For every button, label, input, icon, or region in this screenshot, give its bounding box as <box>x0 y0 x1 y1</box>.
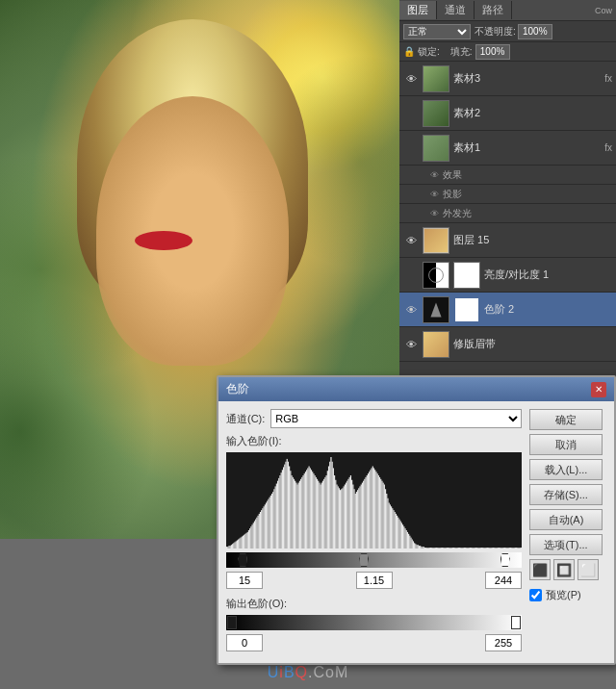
ok-button[interactable]: 确定 <box>529 409 603 430</box>
opacity-input[interactable] <box>518 24 552 39</box>
svg-rect-79 <box>311 470 312 549</box>
watermark-com: CoM <box>313 664 348 680</box>
white-point-handle[interactable] <box>500 553 510 567</box>
svg-rect-134 <box>374 470 375 549</box>
shadow-label: 投影 <box>443 188 462 201</box>
tab-paths[interactable]: 路径 <box>475 1 512 19</box>
svg-rect-159 <box>403 526 404 549</box>
svg-rect-166 <box>412 540 413 549</box>
svg-rect-181 <box>429 548 430 549</box>
svg-rect-34 <box>259 514 260 549</box>
tab-layers[interactable]: 图层 <box>399 1 437 19</box>
output-black-handle[interactable] <box>227 616 237 629</box>
svg-rect-118 <box>356 492 357 549</box>
svg-rect-20 <box>243 536 244 549</box>
svg-rect-64 <box>294 479 295 549</box>
layer-row-layer15[interactable]: 👁 图层 15 <box>399 223 616 258</box>
svg-rect-239 <box>497 548 498 549</box>
svg-rect-139 <box>380 479 381 549</box>
svg-rect-151 <box>395 512 396 549</box>
svg-rect-115 <box>352 485 353 549</box>
svg-rect-175 <box>422 547 423 549</box>
svg-rect-226 <box>481 548 482 549</box>
save-button[interactable]: 存储(S)... <box>529 484 603 505</box>
svg-rect-146 <box>389 503 390 549</box>
svg-rect-160 <box>404 528 405 549</box>
blend-mode-select[interactable]: 正常 <box>403 24 471 39</box>
load-button[interactable]: 载入(L)... <box>529 459 603 480</box>
mid-point-handle[interactable] <box>359 553 369 567</box>
histogram-container <box>226 452 522 549</box>
svg-rect-11 <box>232 544 233 549</box>
channel-select[interactable]: RGB <box>270 409 522 428</box>
svg-rect-8 <box>228 546 229 549</box>
preview-checkbox[interactable] <box>529 589 542 601</box>
svg-rect-98 <box>333 468 334 549</box>
svg-rect-83 <box>316 477 317 549</box>
svg-rect-154 <box>398 518 398 549</box>
black-point-handle[interactable] <box>238 553 247 567</box>
cancel-button[interactable]: 取消 <box>529 434 603 455</box>
output-white-handle[interactable] <box>511 616 521 629</box>
output-black-input[interactable] <box>226 634 263 651</box>
layer-row-brightness1[interactable]: 👁 亮度/对比度 1 <box>399 258 616 293</box>
dialog-close-button[interactable]: ✕ <box>591 382 606 397</box>
svg-rect-167 <box>413 541 414 549</box>
eye-icon-levels2[interactable]: 👁 <box>403 302 419 318</box>
layer-row-sucai2[interactable]: 👁 素材2 <box>399 96 616 131</box>
white-level-input[interactable] <box>485 572 522 589</box>
black-level-input[interactable] <box>226 572 263 589</box>
svg-rect-211 <box>464 548 465 549</box>
thumb-sucai3 <box>423 65 449 92</box>
svg-rect-9 <box>230 546 231 549</box>
svg-rect-222 <box>476 548 477 549</box>
thumb-layer15 <box>423 227 449 254</box>
layer-info-layer15: 图层 15 <box>453 233 612 247</box>
svg-rect-75 <box>306 470 307 549</box>
svg-rect-152 <box>396 514 397 549</box>
svg-rect-232 <box>488 548 489 549</box>
mid-level-input[interactable] <box>356 572 393 589</box>
svg-rect-209 <box>461 548 462 549</box>
input-level-slider[interactable] <box>226 552 522 568</box>
watermark-q: Q <box>295 664 308 680</box>
thumb-levels2 <box>423 296 449 323</box>
svg-rect-149 <box>392 508 393 549</box>
svg-rect-206 <box>458 548 459 549</box>
svg-rect-89 <box>322 481 323 549</box>
svg-rect-171 <box>418 545 419 549</box>
layer-row-sucai3[interactable]: 👁 素材3 fx <box>399 62 616 96</box>
dialog-right-panel: 确定 取消 载入(L)... 存储(S)... 自动(A) 选项(T)... ⬛… <box>529 409 606 655</box>
eye-icon-layer15[interactable]: 👁 <box>403 233 419 248</box>
svg-rect-142 <box>384 485 385 549</box>
svg-rect-156 <box>400 522 401 549</box>
layer-row-retouch[interactable]: 👁 修版眉带 <box>399 327 616 362</box>
gray-eyedropper[interactable]: 🔲 <box>553 559 575 580</box>
svg-rect-219 <box>473 548 474 549</box>
white-eyedropper[interactable]: ⬜ <box>578 559 599 580</box>
layer-row-levels2[interactable]: 👁 色阶 2 <box>399 293 616 327</box>
options-button[interactable]: 选项(T)... <box>529 534 603 555</box>
output-white-input[interactable] <box>485 634 522 651</box>
svg-rect-18 <box>240 538 241 549</box>
dialog-title-bar[interactable]: 色阶 ✕ <box>218 377 614 401</box>
svg-rect-199 <box>449 548 450 549</box>
eyedropper-row: ⬛ 🔲 ⬜ <box>529 559 606 580</box>
svg-rect-31 <box>255 520 256 549</box>
svg-rect-212 <box>465 548 466 549</box>
auto-button[interactable]: 自动(A) <box>529 509 603 530</box>
output-gradient-slider[interactable] <box>226 615 522 630</box>
svg-rect-48 <box>275 486 276 549</box>
layer-row-sucai1[interactable]: 👁 素材1 fx <box>399 131 616 166</box>
layers-tabs: 图层 通道 路径 Cow <box>399 0 616 21</box>
eye-icon-retouch[interactable]: 👁 <box>403 337 419 352</box>
svg-rect-85 <box>318 481 319 549</box>
fill-input[interactable] <box>475 44 510 60</box>
shadow-eye: 👁 <box>430 190 439 199</box>
svg-rect-180 <box>427 548 428 549</box>
black-eyedropper[interactable]: ⬛ <box>529 559 551 580</box>
svg-rect-188 <box>437 548 438 549</box>
eye-icon-sucai3[interactable]: 👁 <box>403 71 419 87</box>
tab-channels[interactable]: 通道 <box>437 1 475 19</box>
svg-rect-224 <box>478 548 479 549</box>
